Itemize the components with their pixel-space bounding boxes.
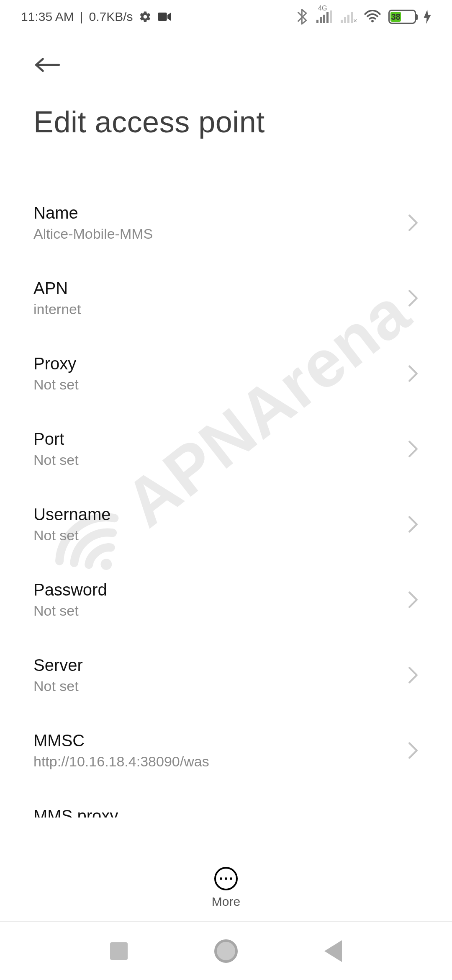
status-time: 11:35 AM [21, 10, 74, 24]
svg-rect-1 [158, 13, 167, 21]
setting-row-username[interactable]: Username Not set [33, 487, 419, 562]
battery-cap-icon [416, 14, 418, 20]
svg-rect-2 [316, 20, 318, 23]
nav-home-button[interactable] [214, 939, 238, 963]
chevron-right-icon [408, 440, 419, 458]
status-bar-left: 11:35 AM | 0.7KB/s [21, 10, 172, 24]
chevron-right-icon [408, 591, 419, 609]
status-net-speed: 0.7KB/s [89, 10, 133, 24]
setting-row-proxy[interactable]: Proxy Not set [33, 336, 419, 411]
setting-row-password[interactable]: Password Not set [33, 562, 419, 637]
setting-row-port[interactable]: Port Not set [33, 411, 419, 487]
header: Edit access point [0, 34, 452, 139]
wifi-icon [364, 10, 381, 23]
chevron-right-icon [408, 365, 419, 382]
more-icon [214, 867, 238, 890]
setting-label: Name [33, 204, 399, 222]
setting-row-apn[interactable]: APN internet [33, 260, 419, 336]
svg-rect-10 [351, 12, 353, 23]
back-button[interactable] [33, 50, 63, 80]
camera-icon [157, 11, 172, 22]
circle-icon [214, 939, 238, 963]
signal-4g-label: 4G [318, 5, 327, 12]
svg-rect-5 [326, 12, 329, 23]
system-navbar [0, 921, 452, 980]
setting-label: MMS proxy [33, 807, 399, 818]
setting-value: Not set [33, 377, 399, 393]
setting-label: Port [33, 430, 399, 449]
chevron-right-icon [408, 516, 419, 533]
nav-back-button[interactable] [324, 940, 342, 962]
setting-value: Not set [33, 452, 399, 468]
arrow-left-icon [33, 55, 60, 75]
triangle-left-icon [324, 940, 342, 962]
status-bar: 11:35 AM | 0.7KB/s 4G [0, 0, 452, 34]
nav-recent-button[interactable] [110, 942, 128, 960]
setting-value: internet [33, 301, 399, 317]
charging-icon [424, 10, 431, 24]
svg-text:×: × [353, 17, 357, 23]
battery-level: 38 [390, 12, 401, 22]
settings-list: Name Altice-Mobile-MMS APN internet Prox… [0, 185, 452, 818]
svg-rect-8 [344, 17, 346, 23]
setting-row-server[interactable]: Server Not set [33, 637, 419, 713]
setting-label: Username [33, 505, 399, 524]
signal-4g-group: 4G [316, 10, 332, 23]
page-title: Edit access point [33, 105, 419, 139]
setting-row-mmsc[interactable]: MMSC http://10.16.18.4:38090/was [33, 713, 419, 788]
setting-value: Not set [33, 678, 399, 694]
gear-icon [139, 10, 152, 23]
chevron-right-icon [408, 214, 419, 232]
svg-point-12 [371, 20, 374, 23]
svg-rect-9 [347, 15, 349, 23]
setting-value: Not set [33, 527, 399, 544]
setting-value: Not set [33, 603, 399, 619]
svg-rect-4 [323, 15, 325, 23]
settings-list-viewport: Name Altice-Mobile-MMS APN internet Prox… [0, 139, 452, 818]
setting-value: http://10.16.18.4:38090/was [33, 753, 399, 770]
square-icon [110, 942, 128, 960]
setting-label: Proxy [33, 354, 399, 373]
svg-rect-7 [341, 20, 343, 23]
svg-rect-3 [320, 17, 322, 23]
setting-row-name[interactable]: Name Altice-Mobile-MMS [33, 185, 419, 260]
chevron-right-icon [408, 817, 419, 818]
setting-label: MMSC [33, 731, 399, 750]
more-action[interactable]: More [0, 867, 452, 909]
setting-label: Password [33, 580, 399, 599]
bluetooth-icon [297, 9, 308, 25]
more-label: More [212, 895, 240, 909]
setting-value: Altice-Mobile-MMS [33, 226, 399, 242]
setting-row-mms-proxy[interactable]: MMS proxy 10.16.18.77 [33, 788, 419, 818]
chevron-right-icon [408, 742, 419, 759]
setting-label: APN [33, 279, 399, 298]
chevron-right-icon [408, 666, 419, 684]
chevron-right-icon [408, 289, 419, 307]
status-bar-right: 4G × [297, 9, 431, 25]
status-separator: | [80, 10, 83, 24]
signal-secondary-icon: × [340, 10, 357, 23]
setting-label: Server [33, 656, 399, 675]
battery-icon: 38 [388, 10, 416, 24]
svg-rect-6 [330, 10, 332, 23]
